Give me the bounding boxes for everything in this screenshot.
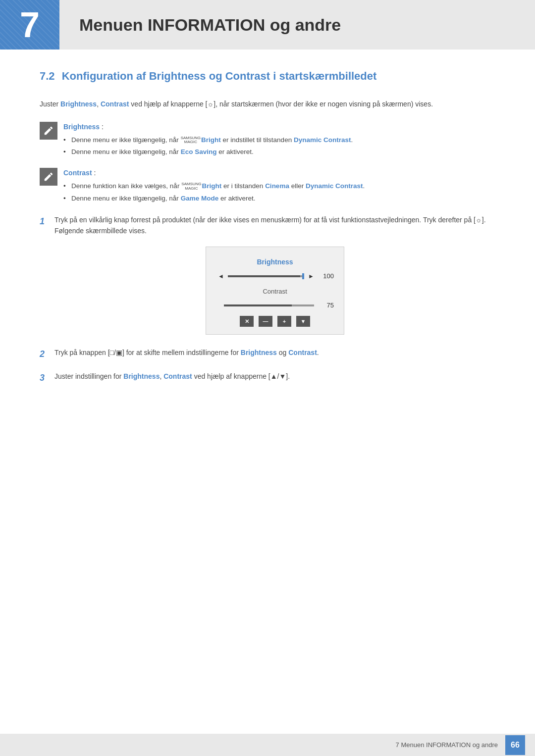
brightness-track (228, 275, 304, 277)
brightness-track-filled (228, 275, 301, 277)
step-1-text: Tryk på en vilkårlig knap forrest på pro… (54, 214, 495, 237)
page-number: 66 (505, 735, 525, 755)
brightness-value: 100 (319, 271, 334, 281)
step-2: 2 Tryk på knappen [□/▣] for at skifte me… (40, 347, 495, 361)
page-footer: 7 Menuen INFORMATION og andre 66 (0, 734, 535, 756)
contrast-label: Contrast (216, 287, 334, 297)
section-heading: 7.2 Konfiguration af Brightness og Contr… (40, 69, 495, 84)
chapter-title: Menuen INFORMATION og andre (79, 12, 515, 38)
brightness-slider-row: ◄ ► 100 (216, 271, 334, 281)
chapter-title-area: Menuen INFORMATION og andre (59, 12, 535, 38)
list-item: Denne funktion kan ikke vælges, når SAMS… (63, 181, 495, 191)
brightness-note-block: Brightness : Denne menu er ikke tilgænge… (40, 122, 495, 159)
footer-text: 7 Menuen INFORMATION og andre (396, 740, 498, 750)
left-arrow: ◄ (218, 272, 224, 281)
screen-mockup: Brightness ◄ ► 100 Contrast 75 ✕ — (206, 247, 344, 335)
screen-buttons-row: ✕ — + ▼ (216, 316, 334, 327)
contrast-track (224, 304, 314, 306)
step-2-text: Tryk på knappen [□/▣] for at skifte mell… (54, 347, 495, 358)
step-1: 1 Tryk på en vilkårlig knap forrest på p… (40, 214, 495, 237)
pencil-icon-2 (43, 171, 54, 182)
chapter-header: 7 Menuen INFORMATION og andre (0, 0, 535, 50)
brightness-note-content: Brightness : Denne menu er ikke tilgænge… (63, 122, 495, 159)
screen-btn-minus: — (259, 316, 272, 327)
list-item: Denne menu er ikke tilgængelig, når Eco … (63, 147, 495, 157)
intro-paragraph: Juster Brightness, Contrast ved hjælp af… (40, 99, 495, 109)
pencil-icon (43, 125, 54, 136)
main-content: 7.2 Konfiguration af Brightness og Contr… (0, 50, 535, 434)
screen-mockup-container: Brightness ◄ ► 100 Contrast 75 ✕ — (54, 247, 495, 335)
screen-btn-down: ▼ (296, 316, 310, 327)
contrast-bullet-list: Denne funktion kan ikke vælges, når SAMS… (63, 181, 495, 203)
contrast-slider-row: 75 (216, 301, 334, 310)
chapter-number: 7 (0, 0, 59, 50)
screen-btn-plus: + (277, 316, 291, 327)
brightness-label: Brightness (216, 257, 334, 267)
brightness-note-title: Brightness : (63, 122, 495, 132)
list-item: Denne menu er ikke tilgængelig, når Game… (63, 194, 495, 203)
step-3: 3 Juster indstillingen for Brightness, C… (40, 371, 495, 385)
contrast-note-content: Contrast : Denne funktion kan ikke vælge… (63, 168, 495, 205)
brightness-thumb (302, 273, 304, 279)
screen-btn-x: ✕ (240, 316, 254, 327)
contrast-note-icon (40, 168, 57, 186)
contrast-note-title: Contrast : (63, 168, 495, 178)
right-arrow: ► (308, 272, 314, 281)
brightness-note-icon (40, 122, 57, 140)
contrast-value: 75 (319, 301, 334, 310)
list-item: Denne menu er ikke tilgængelig, når SAMS… (63, 135, 495, 145)
contrast-note-block: Contrast : Denne funktion kan ikke vælge… (40, 168, 495, 205)
brightness-bullet-list: Denne menu er ikke tilgængelig, når SAMS… (63, 135, 495, 157)
step-3-text: Juster indstillingen for Brightness, Con… (54, 371, 495, 382)
contrast-track-filled (224, 304, 292, 306)
